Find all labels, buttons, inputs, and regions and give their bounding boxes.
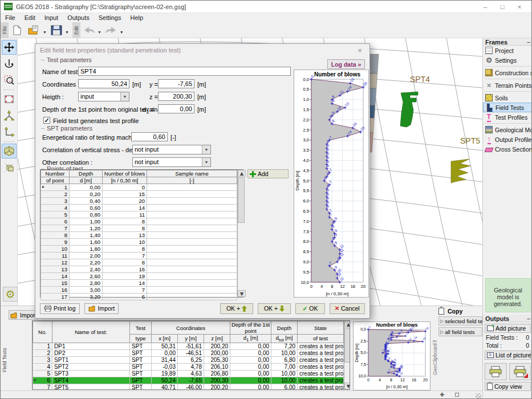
col-no[interactable]: No. xyxy=(33,321,52,343)
points-row[interactable]: 152,8014 xyxy=(41,280,237,287)
cn-correlation-dropdown[interactable]: not input▼ xyxy=(132,145,211,154)
points-row[interactable]: 163,007 xyxy=(41,287,237,294)
redo-dropdown-arrow[interactable]: ▼ xyxy=(120,30,124,34)
col-z[interactable]: z [m] xyxy=(204,335,230,343)
ok-previous-button[interactable]: OK + xyxy=(220,303,253,314)
col-y[interactable]: y [m] xyxy=(178,335,204,343)
points-row[interactable]: 71,208 xyxy=(41,225,237,232)
copy-view-button[interactable]: Copy view xyxy=(485,382,531,391)
frames-item-construction-site[interactable]: Construction site xyxy=(483,68,532,78)
coordinate-x-input[interactable] xyxy=(78,79,129,88)
minimize-button[interactable]: – xyxy=(477,2,494,12)
points-table-scrollbar[interactable]: ▲ ▼ xyxy=(237,170,245,297)
scroll-thumb[interactable] xyxy=(238,177,245,223)
field-test-row-DP2[interactable]: 2DP2SPT0,00-46,51200,000,0010,00creates … xyxy=(33,349,344,356)
frames-item-test-profiles[interactable]: Test Profiles xyxy=(483,112,532,122)
frames-item-terrain-points[interactable]: Terrain Points xyxy=(483,80,532,90)
scroll-thumb[interactable] xyxy=(344,328,350,363)
col-depth-1st-point[interactable]: Depth of the 1st point xyxy=(230,321,271,335)
splitter-box-icon[interactable] xyxy=(455,393,459,397)
axes-2d-tool-button[interactable] xyxy=(2,125,17,140)
add-point-button[interactable]: Add xyxy=(247,169,289,178)
points-row[interactable]: 91,6010 xyxy=(41,239,237,246)
points-row[interactable]: 122,208 xyxy=(41,259,237,266)
copy-selected-field-tests-button[interactable]: ▷ selected field tests xyxy=(438,316,482,325)
open-file-button[interactable] xyxy=(27,23,42,38)
import-button[interactable]: Import xyxy=(84,303,119,314)
field-test-row-SPT1[interactable]: 3SPT1SPT31,446,25205,300,006,80creates a… xyxy=(33,356,344,363)
col-d1-unit[interactable]: d1 [m] xyxy=(230,335,271,343)
points-row[interactable]: 112,007 xyxy=(41,253,237,259)
save-file-button[interactable] xyxy=(49,23,64,38)
perspective-view-button[interactable] xyxy=(2,144,17,158)
log-data-button[interactable]: Log data » xyxy=(327,59,365,69)
frames-minimize-icon[interactable]: – xyxy=(527,39,530,46)
points-row[interactable]: 132,4016 xyxy=(41,266,237,273)
points-row[interactable]: 142,6019 xyxy=(41,273,237,280)
save-dropdown-arrow[interactable]: ▼ xyxy=(65,30,69,34)
col-type[interactable]: type xyxy=(130,335,152,343)
points-row[interactable]: ▸10,000 xyxy=(41,184,237,191)
frames-item-soils[interactable]: Soils xyxy=(483,93,532,103)
print-log-button[interactable]: Print log xyxy=(40,303,80,314)
cancel-button[interactable]: × Cancel xyxy=(330,303,365,314)
dialog-close-icon[interactable]: × xyxy=(355,46,365,55)
undo-dropdown-arrow[interactable]: ▼ xyxy=(98,30,101,34)
points-row[interactable]: 173,206 xyxy=(41,294,237,300)
points-row[interactable]: 50,8011 xyxy=(41,211,237,218)
menu-edit[interactable]: Edit xyxy=(20,14,40,22)
coordinate-y-input[interactable] xyxy=(158,79,194,88)
points-col-sample[interactable]: Sample name xyxy=(147,170,237,177)
col-state-2[interactable]: of test xyxy=(298,335,344,343)
col-depth[interactable]: Depth xyxy=(271,321,298,335)
undo-button[interactable] xyxy=(82,23,96,38)
menu-help[interactable]: Help xyxy=(125,14,148,22)
add-picture-button[interactable]: Add picture xyxy=(485,324,531,333)
zoom-extents-tool-button[interactable] xyxy=(2,92,17,107)
ok-button[interactable]: ✓ OK xyxy=(295,303,325,314)
redo-button[interactable] xyxy=(104,23,119,38)
field-test-row-DP1[interactable]: 1DP1SPT50,31-51,61200,200,007,20creates … xyxy=(33,343,344,349)
close-button[interactable]: × xyxy=(511,2,528,12)
print-button[interactable] xyxy=(485,363,507,380)
points-row[interactable]: 81,4013 xyxy=(41,232,237,239)
points-row[interactable]: 40,6014 xyxy=(41,205,237,211)
field-test-row-SPT4[interactable]: ▸6SPT4SPT50,24-7,65200,300,0010,00create… xyxy=(33,377,344,384)
axonometric-view-button[interactable] xyxy=(2,160,17,175)
energetical-ratio-input[interactable] xyxy=(131,132,168,141)
scroll-up-icon[interactable]: ▲ xyxy=(344,321,350,328)
points-row[interactable]: 30,4020 xyxy=(41,198,237,205)
visualization-settings-button[interactable]: ⚙ xyxy=(3,287,18,302)
splitter-plus-icon[interactable]: ✚ xyxy=(440,392,444,398)
col-state[interactable]: State xyxy=(298,321,344,335)
name-of-test-input[interactable] xyxy=(78,67,291,76)
menu-outputs[interactable]: Outputs xyxy=(63,14,94,22)
frames-item-field-tests[interactable]: Field Tests xyxy=(483,103,532,112)
col-coordinates[interactable]: Coordinates xyxy=(152,321,230,335)
maximize-button[interactable]: □ xyxy=(494,2,511,12)
col-x[interactable]: x [m] xyxy=(152,335,178,343)
field-tests-table-scrollbar[interactable]: ▲ ▼ xyxy=(344,321,350,389)
coordinate-z-input[interactable] xyxy=(158,92,194,101)
copy-all-field-tests-button[interactable]: ▷ all field tests xyxy=(438,327,482,336)
axes-3d-tool-button[interactable] xyxy=(2,108,17,123)
outputs-minimize-icon[interactable]: – xyxy=(527,315,530,322)
field-test-row-SPT3[interactable]: 5SPT3SPT19,894,63206,800,0010,00creates … xyxy=(33,370,344,377)
frame-import-button[interactable]: Import xyxy=(9,310,38,320)
open-dropdown-arrow[interactable]: ▼ xyxy=(43,30,47,34)
field-test-row-SPT2[interactable]: 4SPT2SPT-0,034,78206,100,007,00creates a… xyxy=(33,363,344,370)
points-col-blows[interactable]: Number of blows xyxy=(103,170,147,177)
height-dropdown[interactable]: input▼ xyxy=(78,92,129,101)
points-row[interactable]: 20,2015 xyxy=(41,191,237,198)
scroll-down-icon[interactable]: ▼ xyxy=(344,382,350,389)
frames-item-output-profiles[interactable]: Output Profiles xyxy=(483,135,532,144)
field-test-row-SPT5[interactable]: 7SPT5SPT40,71-46,00200,200,006,00creates… xyxy=(33,384,344,390)
zoom-window-tool-button[interactable] xyxy=(2,73,17,88)
points-row[interactable]: 61,008 xyxy=(41,218,237,225)
menu-input[interactable]: Input xyxy=(40,14,63,22)
points-col-number[interactable]: Number xyxy=(41,170,70,177)
d1-input[interactable] xyxy=(158,104,194,113)
scroll-down-icon[interactable]: ▼ xyxy=(238,290,246,297)
generates-profile-checkbox[interactable]: ✓ xyxy=(43,117,50,124)
menu-file[interactable]: File xyxy=(1,14,20,22)
